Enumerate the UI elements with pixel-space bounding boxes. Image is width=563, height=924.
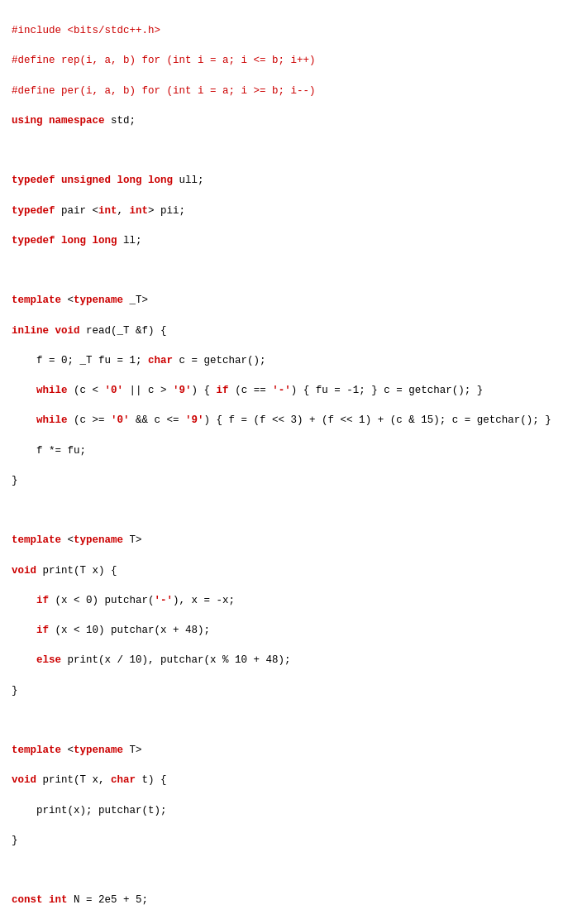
line-9 <box>12 263 551 278</box>
line-19: void print(T x) { <box>12 563 551 578</box>
line-14: while (c >= '0' && c <= '9') { f = (f <<… <box>12 413 551 428</box>
line-4: using namespace std; <box>12 113 551 128</box>
line-15: f *= fu; <box>12 443 551 458</box>
line-28: } <box>12 833 551 848</box>
line-25: template <typename T> <box>12 743 551 758</box>
line-12: f = 0; _T fu = 1; char c = getchar(); <box>12 353 551 368</box>
line-7: typedef pair <int, int> pii; <box>12 203 551 218</box>
code-editor: #include <bits/stdc++.h> #define rep(i, … <box>12 8 551 924</box>
line-3: #define per(i, a, b) for (int i = a; i >… <box>12 84 551 98</box>
line-13: while (c < '0' || c > '9') { if (c == '-… <box>12 383 551 398</box>
line-26: void print(T x, char t) { <box>12 773 551 788</box>
line-17 <box>12 503 551 518</box>
line-30: const int N = 2e5 + 5; <box>12 893 551 907</box>
line-20: if (x < 0) putchar('-'), x = -x; <box>12 593 551 608</box>
line-8: typedef long long ll; <box>12 233 551 248</box>
line-21: if (x < 10) putchar(x + 48); <box>12 623 551 638</box>
line-11: inline void read(_T &f) { <box>12 323 551 338</box>
line-2: #define rep(i, a, b) for (int i = a; i <… <box>12 53 551 68</box>
line-18: template <typename T> <box>12 533 551 548</box>
line-23: } <box>12 683 551 698</box>
line-27: print(x); putchar(t); <box>12 803 551 818</box>
line-22: else print(x / 10), putchar(x % 10 + 48)… <box>12 653 551 668</box>
line-29 <box>12 863 551 878</box>
line-6: typedef unsigned long long ull; <box>12 173 551 188</box>
line-5 <box>12 143 551 158</box>
line-10: template <typename _T> <box>12 293 551 308</box>
line-16: } <box>12 473 551 488</box>
line-1: #include <bits/stdc++.h> <box>12 23 551 38</box>
line-24 <box>12 713 551 728</box>
